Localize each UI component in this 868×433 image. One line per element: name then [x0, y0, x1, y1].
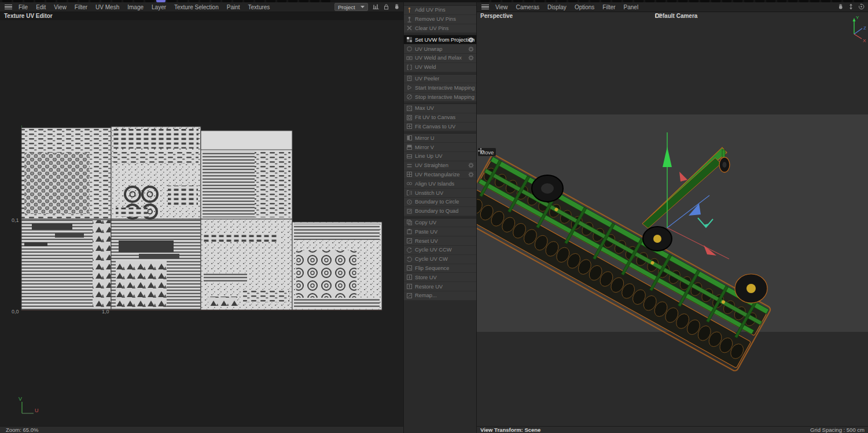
- viewport-camera-selector[interactable]: Default Camera: [655, 13, 697, 19]
- tool-store-uv[interactable]: Store UV: [404, 273, 476, 282]
- tool-align-uv-islands[interactable]: Align UV Islands: [404, 179, 476, 188]
- menu-texture-selection[interactable]: Texture Selection: [170, 4, 223, 10]
- remap-icon: [406, 293, 415, 299]
- tool-fit-uv-to-canvas[interactable]: Fit UV to Canvas: [404, 113, 476, 123]
- tool-line-up-uv[interactable]: Line Up UV: [404, 152, 476, 161]
- tool-reset-uv[interactable]: Reset UV: [404, 236, 476, 246]
- flip-icon: [406, 265, 415, 271]
- menu-image[interactable]: Image: [123, 4, 148, 10]
- tool-uv-unwrap[interactable]: UV Unwrap: [404, 45, 476, 54]
- perspective-viewport[interactable]: Y Z X Perspective Default Camera Move: [477, 12, 868, 426]
- tool-unstitch-uv[interactable]: Unstitch UV: [404, 188, 476, 198]
- tool-max-uv[interactable]: Max UV: [404, 104, 476, 113]
- menu-layer[interactable]: Layer: [148, 4, 170, 10]
- tool-label: Set UVW from Projection: [415, 37, 475, 43]
- clear-x-icon: [406, 25, 415, 31]
- uv-tool-panel: Add UV PinsRemove UV PinsClear UV PinsSe…: [403, 2, 477, 433]
- unstitch-icon: [406, 190, 415, 196]
- menu-file[interactable]: File: [14, 4, 32, 10]
- straighten-icon: [406, 162, 415, 169]
- boundary-circle-icon: [406, 199, 415, 205]
- grid-spacing-label: Grid Spacing : 500 cm: [810, 427, 865, 433]
- tool-stop-interactive-mapping[interactable]: Stop Interactive Mapping: [404, 92, 476, 102]
- pane-title: Texture UV Editor: [0, 12, 403, 20]
- tool-remove-uv-pins[interactable]: Remove UV Pins: [404, 15, 476, 24]
- hand-icon[interactable]: [836, 3, 845, 10]
- hamburger-icon[interactable]: [5, 3, 12, 11]
- orbit-icon[interactable]: [857, 3, 866, 10]
- tool-uv-weld-and-relax[interactable]: UV Weld and Relax: [404, 54, 476, 63]
- mirror-v-icon: [406, 144, 415, 150]
- tool-label: Stop Interactive Mapping: [415, 94, 475, 100]
- histogram-icon[interactable]: [372, 3, 380, 10]
- project-dropdown-label: Project: [338, 4, 355, 10]
- tool-uv-straighten[interactable]: UV Straighten: [404, 161, 476, 171]
- axis-x-label: X: [863, 38, 866, 43]
- tool-label: UV Weld and Relax: [415, 55, 462, 61]
- tool-set-uvw-from-projection[interactable]: Set UVW from Projection: [404, 35, 476, 45]
- uv-axis-u-label: U: [35, 408, 39, 413]
- menu-filter[interactable]: Filter: [598, 4, 619, 10]
- uv-editor-statusbar: Zoom: 65.0%: [0, 426, 403, 433]
- tool-label: Boundary to Quad: [415, 208, 458, 214]
- gear-icon[interactable]: [468, 162, 474, 169]
- fit-canvas-icon: [406, 123, 415, 129]
- menu-textures[interactable]: Textures: [244, 4, 274, 10]
- restore-icon: [406, 283, 415, 290]
- tool-restore-uv[interactable]: Restore UV: [404, 282, 476, 291]
- gear-icon[interactable]: [468, 172, 474, 179]
- tool-label: Reset UV: [415, 238, 438, 244]
- menu-view[interactable]: View: [491, 4, 512, 10]
- menu-filter[interactable]: Filter: [71, 4, 91, 10]
- axis-z-label: Z: [863, 25, 866, 31]
- menu-paint[interactable]: Paint: [223, 4, 244, 10]
- tool-remap[interactable]: Remap...: [404, 291, 476, 301]
- tool-flip-sequence[interactable]: Flip Sequence: [404, 264, 476, 273]
- fit-uv-icon: [406, 114, 415, 121]
- tool-cycle-uv-cw[interactable]: Cycle UV CW: [404, 255, 476, 264]
- tool-cycle-uv-ccw[interactable]: Cycle UV CCW: [404, 246, 476, 255]
- project-dropdown[interactable]: Project: [334, 3, 368, 11]
- tool-uv-weld[interactable]: UV Weld: [404, 63, 476, 72]
- uv-coord-0-1: 0,1: [12, 217, 19, 223]
- tool-clear-uv-pins[interactable]: Clear UV Pins: [404, 24, 476, 34]
- menu-panel[interactable]: Panel: [620, 4, 643, 10]
- gear-icon[interactable]: [468, 37, 474, 44]
- tool-uv-rectangularize[interactable]: UV Rectangularize: [404, 171, 476, 180]
- hamburger-icon[interactable]: [481, 3, 489, 11]
- menu-cameras[interactable]: Cameras: [512, 4, 544, 10]
- lock-icon[interactable]: [382, 3, 391, 10]
- tool-boundary-to-circle[interactable]: Boundary to Circle: [404, 198, 476, 207]
- chevron-down-icon: [361, 6, 365, 8]
- menu-display[interactable]: Display: [543, 4, 571, 10]
- tool-label: UV Straighten: [415, 162, 448, 168]
- menu-uv-mesh[interactable]: UV Mesh: [91, 4, 123, 10]
- tool-label: Cycle UV CW: [415, 256, 448, 262]
- uv-layout-canvas[interactable]: [0, 12, 403, 426]
- viewport-header: Perspective Default Camera: [477, 12, 868, 21]
- tool-boundary-to-quad[interactable]: Boundary to Quad: [404, 207, 476, 216]
- tool-mirror-v[interactable]: Mirror V: [404, 143, 476, 152]
- menu-edit[interactable]: Edit: [32, 4, 50, 10]
- viewport-view-label[interactable]: Perspective: [480, 13, 513, 19]
- tool-fit-canvas-to-uv[interactable]: Fit Canvas to UV: [404, 123, 476, 132]
- tool-add-uv-pins[interactable]: Add UV Pins: [404, 6, 476, 15]
- tool-label: Remap...: [415, 293, 437, 298]
- play-icon: [406, 84, 415, 91]
- weld-icon: [406, 64, 415, 71]
- gear-icon[interactable]: [468, 46, 474, 53]
- tool-uv-peeler[interactable]: UV Peeler: [404, 75, 476, 84]
- menu-options[interactable]: Options: [571, 4, 598, 10]
- mirror-u-icon: [406, 135, 415, 141]
- store-icon: [406, 274, 415, 280]
- stop-icon: [406, 94, 415, 100]
- gear-icon[interactable]: [468, 55, 474, 62]
- tool-start-interactive-mapping[interactable]: Start Interactive Mapping: [404, 83, 476, 92]
- tool-copy-uv[interactable]: Copy UV: [404, 219, 476, 228]
- tool-mirror-u[interactable]: Mirror U: [404, 134, 476, 143]
- menu-view[interactable]: View: [50, 4, 71, 10]
- hand-icon[interactable]: [392, 3, 401, 10]
- vertical-scroll-icon[interactable]: [847, 3, 855, 10]
- tool-paste-uv[interactable]: Paste UV: [404, 227, 476, 236]
- align-islands-icon: [406, 180, 415, 187]
